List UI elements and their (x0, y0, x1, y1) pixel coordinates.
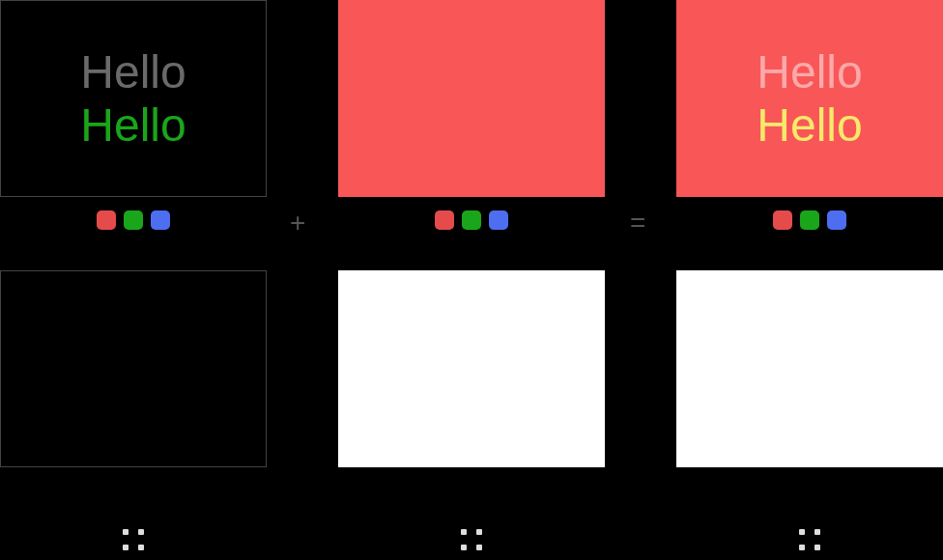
equals-operator: = (630, 208, 645, 238)
panel-result-white (676, 270, 943, 467)
swatch-green (800, 210, 819, 230)
panel-box: Hello Hello (676, 0, 943, 197)
swatch-blue (827, 210, 846, 230)
panel-add-white (338, 270, 605, 467)
spinner-icon (461, 529, 482, 550)
panel-box (338, 270, 605, 467)
panel-src-black: Hello Hello (0, 0, 267, 230)
hello-green: Hello (80, 98, 186, 152)
panel-box (0, 270, 267, 467)
swatches (0, 210, 267, 230)
hello-grey: Hello (80, 45, 186, 98)
panel-result-red: Hello Hello (676, 0, 943, 230)
panel-src2-black (0, 270, 267, 467)
swatch-green (124, 210, 143, 230)
swatch-red (97, 210, 116, 230)
swatch-red (435, 210, 454, 230)
panel-box (338, 0, 605, 197)
blend-diagram: Hello Hello Hello Hello + = (0, 0, 943, 560)
spinner-icon (123, 529, 144, 550)
swatches (676, 210, 943, 230)
panel-add-red (338, 0, 605, 230)
spinner-icon (799, 529, 820, 550)
swatches (338, 210, 605, 230)
swatch-red (773, 210, 792, 230)
hello-yellow: Hello (757, 98, 862, 152)
panel-box (676, 270, 943, 467)
panel-box: Hello Hello (0, 0, 267, 197)
swatch-blue (151, 210, 170, 230)
swatch-green (462, 210, 481, 230)
swatch-blue (489, 210, 508, 230)
plus-operator: + (290, 208, 305, 238)
hello-pink: Hello (757, 45, 862, 98)
